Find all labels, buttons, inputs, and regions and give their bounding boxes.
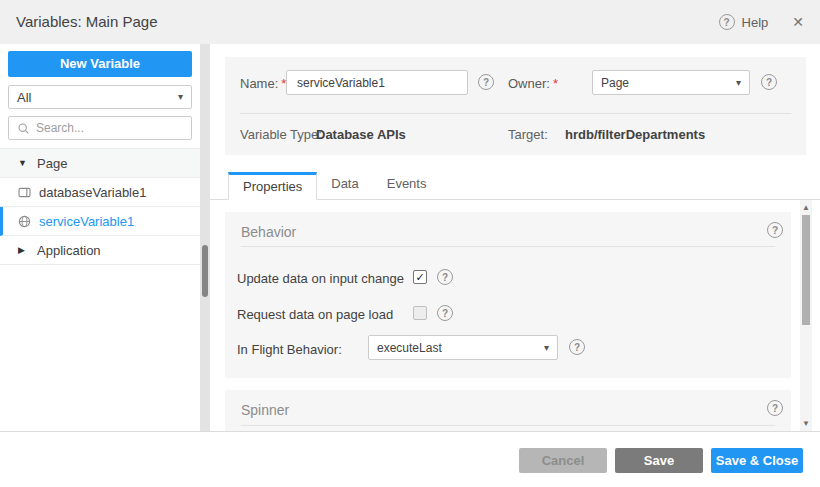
tab-events[interactable]: Events: [373, 171, 441, 199]
scroll-up-icon[interactable]: ▲: [800, 203, 812, 212]
header-actions: ? Help ✕: [719, 0, 804, 44]
close-icon[interactable]: ✕: [792, 14, 804, 30]
tree-node-service-variable[interactable]: serviceVariable1: [0, 207, 200, 236]
variable-filter-value: All: [17, 90, 31, 105]
tree-node-page[interactable]: ▼ Page: [0, 149, 200, 178]
expanded-triangle-icon: ▼: [18, 158, 28, 168]
spinner-help-icon[interactable]: ?: [767, 400, 783, 416]
update-on-input-help-icon[interactable]: ?: [437, 269, 453, 285]
tree-node-label: Page: [37, 156, 67, 171]
owner-help-icon[interactable]: ?: [761, 74, 777, 90]
section-divider: [241, 246, 775, 247]
tree-node-label: serviceVariable1: [39, 214, 134, 229]
name-help-icon[interactable]: ?: [478, 74, 494, 90]
help-icon[interactable]: ?: [719, 14, 735, 30]
variable-type-label: Variable Type:: [240, 127, 322, 142]
sidebar-scrollbar-thumb[interactable]: [202, 245, 208, 297]
cancel-button[interactable]: Cancel: [519, 448, 607, 473]
in-flight-behavior-dropdown[interactable]: executeLast ▾: [368, 335, 558, 360]
in-flight-behavior-help-icon[interactable]: ?: [569, 339, 585, 355]
owner-value: Page: [601, 76, 629, 90]
service-variable-globe-icon: [18, 215, 31, 228]
owner-label: Owner:*: [508, 76, 558, 91]
save-button[interactable]: Save: [615, 448, 703, 473]
chevron-down-icon: ▾: [736, 78, 741, 88]
tab-bar: Properties Data Events: [210, 172, 820, 200]
variables-dialog: Variables: Main Page ? Help ✕ New Variab…: [0, 0, 820, 487]
sidebar-scrollbar[interactable]: [200, 44, 210, 431]
collapsed-triangle-icon: ▶: [18, 245, 28, 255]
chevron-down-icon: ▾: [178, 92, 183, 102]
search-icon: [17, 122, 30, 135]
search-input[interactable]: [36, 121, 183, 135]
search-box: [8, 116, 192, 140]
update-on-input-checkbox[interactable]: ✓: [413, 270, 427, 284]
dialog-header: Variables: Main Page ? Help ✕: [0, 0, 820, 44]
tree-node-database-variable[interactable]: databaseVariable1: [0, 178, 200, 207]
dialog-footer: Cancel Save Save & Close: [0, 431, 820, 487]
help-link[interactable]: Help: [742, 15, 769, 30]
behavior-section: Behavior ? Update data on input change ✓…: [225, 212, 791, 378]
spinner-section: Spinner ?: [225, 390, 791, 431]
form-divider: [240, 113, 791, 114]
chevron-down-icon: ▾: [544, 343, 549, 353]
variables-tree: ▼ Page databaseVariable1: [0, 148, 200, 265]
target-value: hrdb/filterDepartments: [565, 127, 705, 142]
in-flight-behavior-value: executeLast: [377, 341, 442, 355]
variables-sidebar: New Variable All ▾ ▼ Page: [0, 44, 200, 431]
scroll-down-icon[interactable]: ▼: [800, 419, 812, 428]
section-divider: [241, 425, 775, 426]
save-and-close-button[interactable]: Save & Close: [711, 448, 803, 473]
tab-properties[interactable]: Properties: [228, 172, 317, 200]
behavior-help-icon[interactable]: ?: [767, 222, 783, 238]
content-scrollbar[interactable]: ▲ ▼: [800, 200, 812, 431]
variable-type-value: Database APIs: [316, 127, 406, 142]
variable-filter-dropdown[interactable]: All ▾: [8, 85, 192, 109]
content-scrollbar-thumb[interactable]: [802, 215, 810, 325]
request-on-load-help-icon[interactable]: ?: [437, 305, 453, 321]
tree-node-label: Application: [37, 243, 101, 258]
properties-tab-content: Behavior ? Update data on input change ✓…: [210, 200, 820, 431]
required-asterisk: *: [553, 76, 558, 91]
update-on-input-label: Update data on input change: [237, 271, 404, 286]
spinner-section-title: Spinner: [241, 402, 289, 418]
owner-dropdown[interactable]: Page ▾: [592, 70, 750, 95]
tab-data[interactable]: Data: [317, 171, 372, 199]
behavior-section-title: Behavior: [241, 224, 296, 240]
name-field[interactable]: [286, 70, 468, 95]
page-title: Variables: Main Page: [16, 0, 157, 44]
tree-node-label: databaseVariable1: [39, 185, 146, 200]
in-flight-behavior-label: In Flight Behavior:: [237, 342, 342, 357]
target-label: Target:: [508, 127, 548, 142]
new-variable-button[interactable]: New Variable: [8, 51, 192, 77]
request-on-load-label: Request data on page load: [237, 307, 393, 322]
name-label: Name:*: [240, 76, 286, 91]
database-variable-icon: [18, 187, 31, 198]
request-on-load-checkbox[interactable]: [413, 306, 427, 320]
tree-node-application[interactable]: ▶ Application: [0, 236, 200, 265]
variable-summary-panel: Name:* ? Owner:* Page ▾ ? Variable Type:…: [225, 57, 806, 155]
